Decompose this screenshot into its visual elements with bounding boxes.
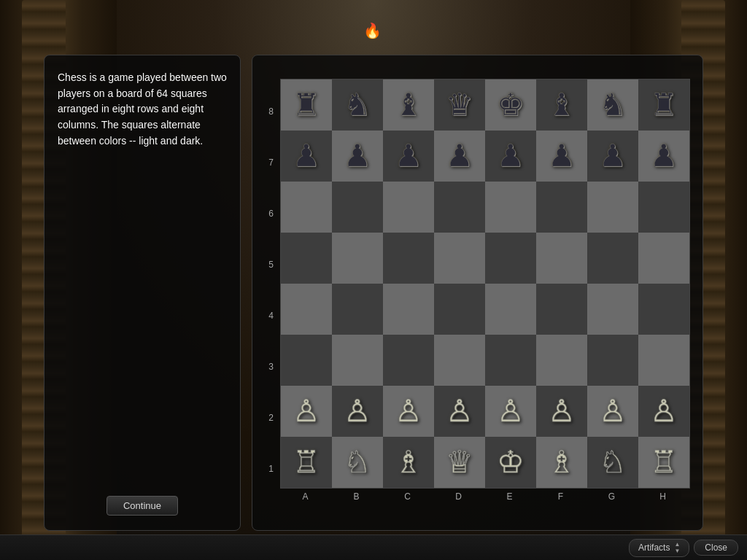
square-c7[interactable]: ♟ [383, 131, 434, 182]
chess-board[interactable]: ♜♞♝♛♚♝♞♜♟♟♟♟♟♟♟♟♙♙♙♙♙♙♙♙♖♘♗♕♔♗♘♖ [280, 79, 690, 489]
square-c6[interactable] [383, 182, 434, 233]
square-c2[interactable]: ♙ [383, 386, 434, 437]
piece-a1: ♖ [293, 447, 320, 478]
chess-panel: 8 7 6 5 4 3 2 1 ♜♞♝♛♚♝♞♜♟♟♟♟♟♟♟♟♙♙♙♙♙♙♙♙… [252, 55, 703, 531]
piece-h8: ♜ [650, 90, 678, 120]
file-label-h: H [638, 491, 689, 502]
square-d6[interactable] [434, 182, 485, 233]
rank-label-6: 6 [266, 188, 277, 239]
square-b3[interactable] [332, 335, 383, 386]
square-f6[interactable] [536, 182, 587, 233]
square-d8[interactable]: ♛ [434, 79, 485, 131]
square-c4[interactable] [383, 284, 434, 335]
file-label-c: C [382, 491, 433, 502]
file-label-d: D [433, 491, 484, 502]
square-h1[interactable]: ♖ [638, 437, 689, 488]
square-d3[interactable] [434, 335, 485, 386]
square-a6[interactable] [281, 182, 332, 233]
square-g5[interactable] [587, 233, 638, 284]
square-g8[interactable]: ♞ [587, 79, 638, 131]
square-b8[interactable]: ♞ [332, 79, 383, 131]
square-e3[interactable] [485, 335, 536, 386]
square-h3[interactable] [638, 335, 689, 386]
square-h2[interactable]: ♙ [638, 386, 689, 437]
square-a5[interactable] [281, 233, 332, 284]
main-container: Chess is a game played between two playe… [44, 55, 703, 531]
board-wrapper: 8 7 6 5 4 3 2 1 ♜♞♝♛♚♝♞♜♟♟♟♟♟♟♟♟♙♙♙♙♙♙♙♙… [266, 79, 690, 502]
piece-a7: ♟ [293, 141, 320, 171]
rank-label-1: 1 [266, 443, 277, 494]
rank-label-3: 3 [266, 341, 277, 392]
close-button[interactable]: Close [694, 540, 738, 556]
piece-d1: ♕ [446, 447, 473, 478]
square-h6[interactable] [638, 182, 689, 233]
square-a7[interactable]: ♟ [281, 131, 332, 182]
square-f8[interactable]: ♝ [536, 79, 587, 131]
square-a3[interactable] [281, 335, 332, 386]
square-a2[interactable]: ♙ [281, 386, 332, 437]
square-f4[interactable] [536, 284, 587, 335]
file-label-b: B [331, 491, 382, 502]
file-label-e: E [484, 491, 535, 502]
square-f2[interactable]: ♙ [536, 386, 587, 437]
square-e1[interactable]: ♔ [485, 437, 536, 488]
square-e5[interactable] [485, 233, 536, 284]
piece-g8: ♞ [599, 90, 627, 120]
piece-b2: ♙ [344, 396, 371, 427]
square-b6[interactable] [332, 182, 383, 233]
artifacts-button[interactable]: Artifacts ▲ ▼ [629, 539, 689, 557]
piece-c7: ♟ [395, 141, 422, 171]
rank-label-7: 7 [266, 137, 277, 188]
square-e8[interactable]: ♚ [485, 79, 536, 131]
square-a8[interactable]: ♜ [281, 79, 332, 131]
square-b1[interactable]: ♘ [332, 437, 383, 488]
square-f3[interactable] [536, 335, 587, 386]
square-g1[interactable]: ♘ [587, 437, 638, 488]
square-c5[interactable] [383, 233, 434, 284]
square-d4[interactable] [434, 284, 485, 335]
square-g4[interactable] [587, 284, 638, 335]
piece-d2: ♙ [446, 396, 473, 427]
square-g3[interactable] [587, 335, 638, 386]
square-h8[interactable]: ♜ [638, 79, 689, 131]
square-e6[interactable] [485, 182, 536, 233]
square-d2[interactable]: ♙ [434, 386, 485, 437]
piece-a2: ♙ [293, 396, 320, 427]
piece-h7: ♟ [650, 141, 678, 171]
square-a4[interactable] [281, 284, 332, 335]
square-d5[interactable] [434, 233, 485, 284]
square-e4[interactable] [485, 284, 536, 335]
square-g6[interactable] [587, 182, 638, 233]
piece-g2: ♙ [599, 396, 627, 427]
square-f1[interactable]: ♗ [536, 437, 587, 488]
square-f7[interactable]: ♟ [536, 131, 587, 182]
square-c1[interactable]: ♗ [383, 437, 434, 488]
square-f5[interactable] [536, 233, 587, 284]
square-d1[interactable]: ♕ [434, 437, 485, 488]
square-b5[interactable] [332, 233, 383, 284]
square-h7[interactable]: ♟ [638, 131, 689, 182]
square-b4[interactable] [332, 284, 383, 335]
square-g7[interactable]: ♟ [587, 131, 638, 182]
square-e2[interactable]: ♙ [485, 386, 536, 437]
square-h4[interactable] [638, 284, 689, 335]
square-c3[interactable] [383, 335, 434, 386]
file-label-g: G [587, 491, 638, 502]
piece-f1: ♗ [548, 447, 576, 478]
piece-c2: ♙ [395, 396, 422, 427]
square-g2[interactable]: ♙ [587, 386, 638, 437]
continue-button[interactable]: Continue [107, 496, 178, 516]
piece-f8: ♝ [548, 90, 576, 120]
piece-e2: ♙ [497, 396, 525, 427]
square-c8[interactable]: ♝ [383, 79, 434, 131]
text-panel: Chess is a game played between two playe… [44, 55, 241, 531]
square-b2[interactable]: ♙ [332, 386, 383, 437]
piece-h2: ♙ [650, 396, 678, 427]
square-e7[interactable]: ♟ [485, 131, 536, 182]
piece-f7: ♟ [548, 141, 576, 171]
square-d7[interactable]: ♟ [434, 131, 485, 182]
rank-label-2: 2 [266, 392, 277, 443]
square-h5[interactable] [638, 233, 689, 284]
square-b7[interactable]: ♟ [332, 131, 383, 182]
square-a1[interactable]: ♖ [281, 437, 332, 488]
